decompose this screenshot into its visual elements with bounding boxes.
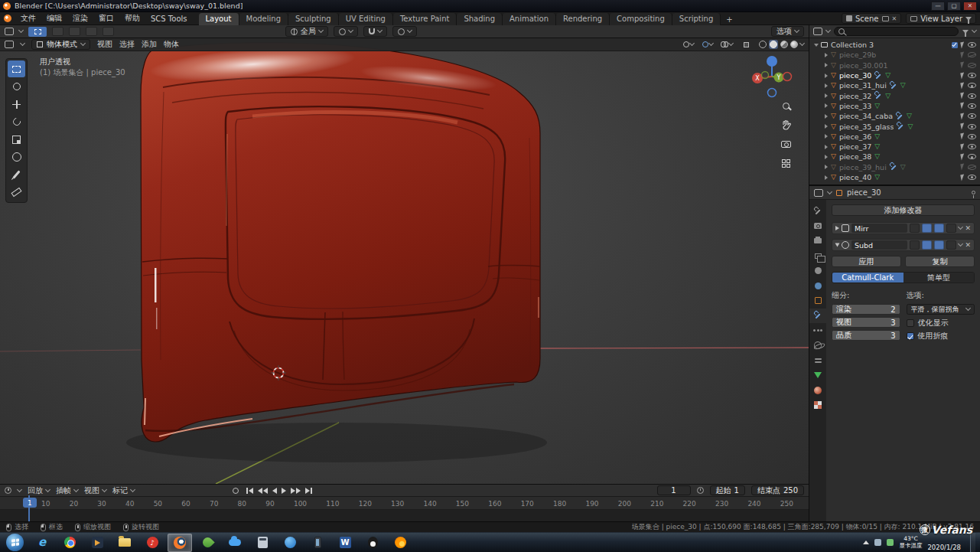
selectable-icon[interactable] (960, 133, 965, 140)
collection-exclude-checkbox[interactable] (952, 42, 958, 48)
transform-orientation-dropdown[interactable]: 全局 (285, 26, 328, 37)
outliner-item-piece-40[interactable]: ▽ piece_40 ▽ (809, 172, 980, 182)
viewport-editor-chevron-icon[interactable] (20, 41, 25, 46)
unlink-scene-icon[interactable]: ✕ (892, 15, 897, 22)
pin-icon[interactable] (972, 191, 975, 194)
timeline-menu-keying[interactable]: 插帧 (56, 485, 78, 496)
play-button[interactable] (282, 488, 286, 494)
outliner-item-piece-30[interactable]: ▽ piece_30 ▽ (809, 70, 980, 80)
selectable-icon[interactable] (960, 113, 965, 119)
modifier-extras-chevron-icon[interactable] (958, 241, 963, 247)
tray-expand-icon[interactable] (863, 541, 869, 544)
current-frame-field[interactable]: 1 (657, 485, 691, 495)
outliner-item-piece-29b[interactable]: ▽ piece_29b (809, 50, 980, 60)
modifier-delete-icon[interactable]: ✕ (965, 225, 971, 232)
tray-app-icon[interactable] (874, 539, 881, 546)
editor-type-icon[interactable] (5, 28, 14, 35)
optimal-display-checkbox[interactable] (907, 319, 914, 327)
expand-arrow-icon[interactable] (825, 175, 828, 180)
add-modifier-button[interactable]: 添加修改器 (832, 204, 975, 216)
modifier-delete-icon[interactable]: ✕ (965, 242, 971, 249)
select-mode-intersect-button[interactable] (103, 27, 114, 36)
simple-button[interactable]: 简单型 (903, 273, 975, 283)
properties-editor-chevron-icon[interactable] (827, 188, 832, 194)
expand-arrow-icon[interactable] (825, 93, 828, 98)
modifier-copy-button[interactable]: 复制 (905, 256, 975, 267)
outliner-editor-chevron-icon[interactable] (825, 28, 831, 33)
outliner-item-piece-35-glass[interactable]: ▽ piece_35_glass ▽ (809, 121, 980, 131)
view-layer-filter-icon[interactable] (965, 17, 972, 21)
taskbar-music-app-icon[interactable]: ♪ (140, 534, 164, 552)
tab-texture-paint[interactable]: Texture Paint (393, 13, 457, 25)
taskbar-chrome-icon[interactable] (57, 534, 82, 552)
viewport-menu-view[interactable]: 视图 (97, 39, 112, 50)
outliner-filter-chevron-icon[interactable] (972, 28, 977, 33)
modifier-name-field[interactable]: Subd (851, 240, 907, 250)
selectable-icon[interactable] (960, 93, 965, 100)
tab-scripting[interactable]: Scripting (672, 13, 721, 25)
tab-compositing[interactable]: Compositing (610, 13, 672, 25)
taskbar-phone-app-icon[interactable] (305, 534, 330, 552)
outliner-editor-type-icon[interactable] (813, 28, 822, 35)
next-keyframe-button[interactable] (291, 488, 301, 494)
modifier-expand-icon[interactable] (835, 243, 840, 247)
outliner-item-piece-33[interactable]: ▽ piece_33 ▽ (809, 101, 980, 111)
visibility-eye-icon[interactable] (968, 73, 976, 78)
menu-edit[interactable]: 编辑 (41, 13, 67, 24)
shading-solid-active[interactable] (769, 40, 778, 49)
editor-type-chevron-icon[interactable] (18, 28, 24, 33)
modifier-apply-button[interactable]: 应用 (832, 256, 901, 267)
taskbar-qq-browser-icon[interactable] (278, 534, 302, 552)
tab-layout[interactable]: Layout (199, 13, 239, 25)
playhead-current-frame[interactable]: 1 (23, 498, 37, 508)
modifier-realtime-toggle[interactable] (922, 240, 932, 250)
tab-rendering[interactable]: Rendering (556, 13, 610, 25)
taskbar-media-player-icon[interactable] (85, 534, 109, 552)
add-workspace-button[interactable]: + (721, 14, 737, 25)
visibility-eye-icon[interactable] (968, 134, 976, 139)
camera-view-icon[interactable] (780, 138, 792, 150)
timeline-editor-type-icon[interactable] (5, 487, 11, 494)
viewport-editor-type-icon[interactable] (5, 41, 14, 48)
tab-particles[interactable] (809, 323, 826, 338)
tab-modifiers[interactable] (809, 309, 826, 324)
taskbar-cloud-app-icon[interactable] (223, 534, 247, 552)
taskbar-plant-app-icon[interactable] (195, 534, 220, 552)
selectable-icon[interactable] (960, 62, 965, 69)
outliner-item-piece-36[interactable]: ▽ piece_36 ▽ (809, 132, 980, 142)
viewport-menu-select[interactable]: 选择 (119, 39, 135, 50)
expand-arrow-icon[interactable] (825, 63, 828, 67)
expand-arrow-icon[interactable] (825, 155, 828, 159)
menu-render[interactable]: 渲染 (67, 13, 93, 24)
menu-scs-tools[interactable]: SCS Tools (145, 15, 193, 23)
tool-scale[interactable] (8, 131, 25, 148)
scene-name[interactable]: Scene (855, 15, 879, 23)
taskbar-ie-icon[interactable]: e (30, 534, 54, 552)
shading-material-icon[interactable] (780, 41, 788, 48)
timeline-editor-chevron-icon[interactable] (17, 486, 22, 492)
expand-arrow-icon[interactable] (825, 103, 828, 108)
shading-wireframe-icon[interactable] (759, 41, 767, 48)
uv-smooth-dropdown[interactable]: 平滑，保留拐角 (907, 304, 975, 315)
modifier-editmode-toggle[interactable] (910, 224, 920, 233)
select-mode-new-button[interactable] (52, 27, 63, 36)
maximize-button[interactable]: ▢ (947, 2, 961, 11)
auto-keying-record-icon[interactable] (233, 488, 239, 494)
expand-arrow-icon[interactable] (825, 134, 828, 139)
expand-arrow-icon[interactable] (825, 73, 828, 78)
visibility-eye-icon[interactable] (968, 103, 976, 109)
prev-keyframe-button[interactable] (258, 488, 268, 494)
zoom-icon[interactable] (780, 100, 792, 112)
menu-window[interactable]: 窗口 (93, 13, 119, 24)
tab-scene[interactable] (809, 263, 826, 279)
viewport-menu-object[interactable]: 物体 (164, 39, 179, 50)
outliner-item-piece-37[interactable]: ▽ piece_37 ▽ (809, 142, 980, 152)
tab-tool[interactable] (809, 204, 826, 219)
shading-rendered-icon[interactable] (790, 41, 798, 48)
tab-object-data[interactable] (809, 368, 826, 384)
timeline-track-area[interactable] (0, 510, 809, 521)
visibility-eye-icon[interactable] (968, 42, 976, 47)
visibility-eye-icon[interactable] (968, 124, 976, 129)
catmull-clark-button[interactable]: Catmull-Clark (832, 273, 903, 283)
outliner-item-piece-38[interactable]: ▽ piece_38 ▽ (809, 152, 980, 162)
